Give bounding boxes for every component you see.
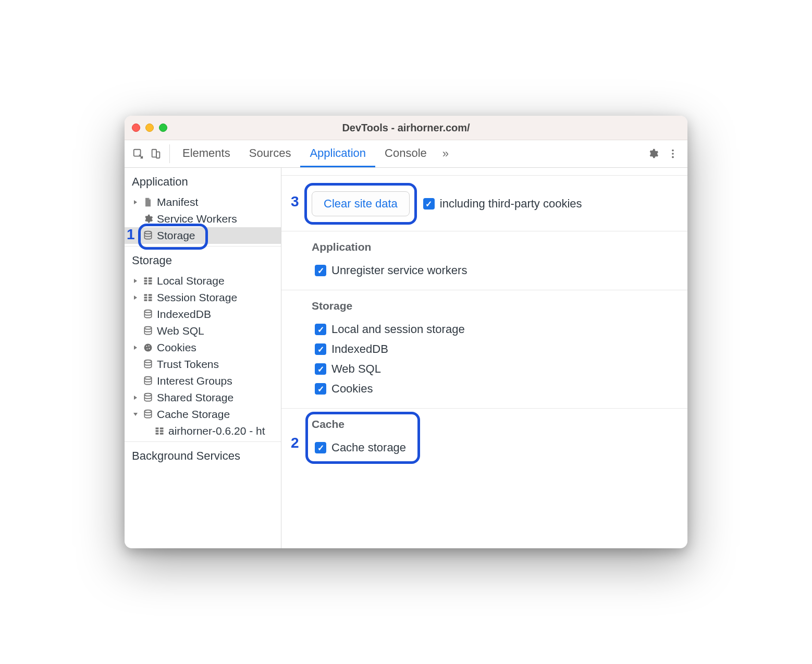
annotation-2-label: 2	[291, 435, 299, 451]
sidebar-item-label: Interest Groups	[157, 375, 232, 387]
checkbox-label: Cookies	[331, 382, 373, 396]
checkbox-cache-storage[interactable]: ✓ Cache storage	[312, 438, 676, 458]
sidebar-section-application: Application	[125, 168, 281, 194]
database-icon	[142, 409, 154, 420]
tabs-overflow-button[interactable]: »	[436, 140, 455, 167]
sidebar-section-background-services: Background Services	[125, 442, 281, 468]
svg-rect-14	[144, 297, 147, 298]
svg-rect-7	[144, 277, 147, 279]
checkbox-third-party-cookies[interactable]: ✓ including third-party cookies	[423, 197, 582, 211]
sidebar-item-storage[interactable]: Storage 1	[125, 227, 281, 244]
svg-point-28	[144, 394, 151, 396]
svg-rect-16	[149, 294, 152, 296]
svg-point-29	[144, 410, 151, 413]
checkbox-icon: ✓	[315, 383, 326, 395]
sidebar-item-label: Storage	[157, 229, 195, 242]
tab-elements[interactable]: Elements	[173, 140, 240, 167]
gear-icon	[142, 213, 154, 225]
sidebar-item-label: Trust Tokens	[157, 358, 219, 371]
svg-point-20	[144, 327, 151, 329]
checkbox-icon: ✓	[315, 265, 326, 276]
svg-point-26	[144, 360, 151, 363]
sidebar-item-indexeddb[interactable]: IndexedDB	[125, 306, 281, 323]
sidebar-item-cache-entry[interactable]: airhorner-0.6.20 - ht	[125, 423, 281, 439]
inspect-icon[interactable]	[132, 147, 144, 160]
database-icon	[142, 325, 154, 337]
database-icon	[142, 375, 154, 387]
svg-point-19	[144, 310, 151, 313]
checkbox-cookies[interactable]: ✓ Cookies	[312, 379, 676, 399]
checkbox-icon: ✓	[315, 343, 326, 355]
svg-rect-32	[156, 433, 159, 434]
svg-rect-13	[144, 294, 147, 296]
svg-point-24	[146, 348, 147, 349]
clear-site-data-button[interactable]: Clear site data	[312, 191, 410, 216]
svg-point-27	[144, 377, 151, 379]
more-menu-icon[interactable]	[667, 147, 679, 160]
tab-application[interactable]: Application	[300, 140, 375, 167]
svg-rect-2	[156, 152, 159, 158]
svg-point-3	[672, 150, 674, 152]
database-icon	[142, 392, 154, 403]
checkbox-unregister-service-workers[interactable]: ✓ Unregister service workers	[312, 261, 676, 280]
checkbox-local-and-session-storage[interactable]: ✓ Local and session storage	[312, 319, 676, 339]
checkbox-web-sql[interactable]: ✓ Web SQL	[312, 359, 676, 379]
sidebar-item-label: Manifest	[157, 196, 198, 208]
checkbox-icon: ✓	[315, 363, 326, 375]
svg-point-22	[146, 346, 147, 347]
svg-rect-15	[144, 299, 147, 301]
checkbox-indexeddb[interactable]: ✓ IndexedDB	[312, 339, 676, 359]
sidebar-item-label: airhorner-0.6.20 - ht	[168, 425, 265, 437]
devtools-toolbar: Elements Sources Application Console »	[125, 140, 687, 168]
sidebar-item-trust-tokens[interactable]: Trust Tokens	[125, 356, 281, 373]
group-title-application: Application	[312, 241, 676, 253]
sidebar-item-label: IndexedDB	[157, 308, 211, 321]
checkbox-label: including third-party cookies	[440, 197, 582, 211]
device-toolbar-icon[interactable]	[150, 147, 162, 160]
sidebar-item-session-storage[interactable]: Session Storage	[125, 289, 281, 306]
svg-rect-11	[149, 280, 152, 281]
grid-icon	[154, 425, 165, 437]
svg-point-4	[672, 153, 674, 155]
sidebar-item-cache-storage[interactable]: Cache Storage	[125, 406, 281, 423]
svg-rect-31	[156, 430, 159, 432]
svg-point-6	[144, 231, 151, 234]
checkbox-label: IndexedDB	[331, 342, 388, 356]
grid-icon	[142, 275, 154, 287]
svg-rect-18	[149, 299, 152, 301]
annotation-1-label: 1	[127, 226, 135, 243]
checkbox-icon: ✓	[315, 324, 326, 335]
sidebar-item-label: Cookies	[157, 341, 196, 354]
application-sidebar: Application Manifest Service Workers Sto…	[125, 168, 281, 548]
checkbox-icon: ✓	[423, 198, 435, 210]
svg-rect-34	[160, 430, 164, 432]
sidebar-item-web-sql[interactable]: Web SQL	[125, 323, 281, 339]
checkbox-label: Local and session storage	[331, 323, 465, 336]
sidebar-item-service-workers[interactable]: Service Workers	[125, 211, 281, 227]
checkbox-label: Web SQL	[331, 362, 381, 376]
tab-console[interactable]: Console	[375, 140, 436, 167]
sidebar-item-interest-groups[interactable]: Interest Groups	[125, 373, 281, 389]
svg-point-5	[672, 156, 674, 158]
sidebar-item-local-storage[interactable]: Local Storage	[125, 273, 281, 289]
grid-icon	[142, 292, 154, 303]
tab-sources[interactable]: Sources	[240, 140, 301, 167]
titlebar: DevTools - airhorner.com/	[125, 116, 687, 140]
sidebar-item-shared-storage[interactable]: Shared Storage	[125, 389, 281, 406]
database-icon	[142, 359, 154, 370]
window-title: DevTools - airhorner.com/	[125, 122, 687, 134]
svg-rect-10	[149, 277, 152, 279]
sidebar-item-cookies[interactable]: Cookies	[125, 339, 281, 356]
checkbox-label: Cache storage	[331, 441, 406, 454]
cookie-icon	[142, 342, 154, 353]
sidebar-item-manifest[interactable]: Manifest	[125, 194, 281, 211]
document-icon	[142, 196, 154, 208]
svg-point-25	[149, 348, 150, 349]
database-icon	[142, 230, 154, 241]
svg-rect-33	[160, 427, 164, 429]
svg-point-23	[149, 346, 150, 347]
sidebar-item-label: Local Storage	[157, 275, 225, 287]
settings-icon[interactable]	[647, 147, 659, 160]
svg-rect-1	[152, 150, 156, 157]
checkbox-icon: ✓	[315, 442, 326, 453]
